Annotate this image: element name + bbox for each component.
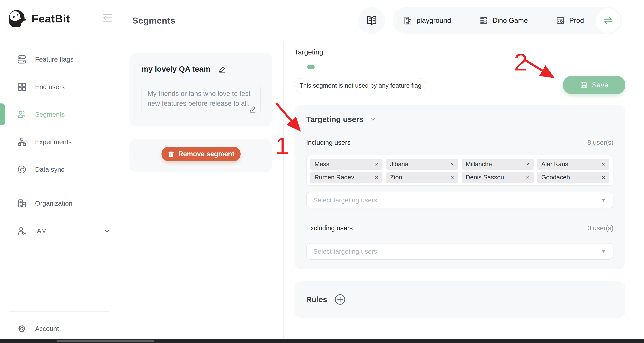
remove-chip-icon[interactable]: ×	[523, 161, 530, 168]
user-chip-label: Alar Karis	[541, 160, 568, 168]
user-chip: Jibana×	[386, 159, 458, 170]
sidebar-nav: Feature flags End users Segments	[0, 46, 118, 183]
sidebar-item-segments[interactable]: Segments	[0, 101, 118, 128]
tab-targeting[interactable]: Targeting	[294, 48, 323, 56]
user-chip-label: Millanche	[466, 160, 492, 168]
column-divider	[284, 41, 284, 339]
book-icon	[366, 15, 378, 26]
building-icon	[404, 16, 412, 25]
tab-divider	[284, 67, 627, 67]
trash-icon	[168, 150, 174, 157]
targeting-tab-indicator	[307, 65, 315, 69]
horizontal-scrollbar	[0, 339, 644, 343]
remove-segment-button[interactable]: Remove segment	[162, 146, 240, 161]
sidebar-secondary-nav: Organization IAM	[0, 190, 118, 244]
user-chip: Rumen Radev×	[310, 172, 382, 183]
targeting-users-toggle[interactable]: Targeting users	[306, 115, 376, 124]
edit-name-icon[interactable]	[218, 65, 226, 74]
remove-chip-icon[interactable]: ×	[523, 174, 530, 181]
floppy-save-icon	[580, 81, 588, 89]
annotation-step-2: 2	[514, 50, 527, 74]
sidebar-item-label: Organization	[35, 200, 72, 207]
sidebar-footer-nav: Account	[0, 315, 118, 342]
segment-usage-badge: This segment is not used by any feature …	[294, 78, 426, 93]
grid-icon	[17, 82, 26, 92]
remove-segment-label: Remove segment	[178, 150, 234, 158]
environment-name: Prod	[569, 16, 584, 24]
workspace-switcher: playground Dino Game	[393, 7, 622, 34]
building-icon	[17, 199, 26, 208]
remove-chip-icon[interactable]: ×	[448, 174, 454, 181]
remove-chip-icon[interactable]: ×	[448, 161, 454, 168]
targeting-users-title: Targeting users	[306, 115, 364, 124]
documentation-button[interactable]	[358, 7, 385, 34]
sidebar-item-account[interactable]: Account	[0, 315, 118, 342]
excluding-users-select[interactable]: Select targeting users ▼	[306, 243, 614, 260]
select-placeholder: Select targeting users	[313, 196, 377, 204]
sidebar-item-data-sync[interactable]: Data sync	[0, 156, 118, 183]
select-placeholder: Select targeting users	[313, 248, 377, 255]
excluding-users-label: Excluding users	[306, 224, 353, 232]
sidebar-item-label: IAM	[35, 227, 47, 235]
user-chip-label: Jibana	[390, 160, 408, 168]
sidebar-item-end-users[interactable]: End users	[0, 73, 118, 101]
edit-description-icon[interactable]	[249, 105, 257, 113]
project-selector[interactable]: playground	[404, 16, 451, 25]
remove-chip-icon[interactable]: ×	[372, 174, 378, 181]
brand-name: FeatBit	[32, 12, 70, 25]
toggles-icon	[17, 55, 26, 64]
segment-actions-card: Remove segment	[130, 139, 272, 172]
chevron-down-icon	[369, 116, 376, 123]
user-group-icon	[17, 110, 26, 119]
environment-selector[interactable]: Prod	[556, 16, 584, 25]
rules-panel: Rules	[294, 281, 625, 318]
remove-chip-icon[interactable]: ×	[598, 161, 605, 168]
user-chip: Millanche×	[462, 159, 534, 170]
save-button[interactable]: Save	[563, 76, 625, 94]
user-key-icon	[17, 226, 26, 236]
excluding-users-count: 0 user(s)	[588, 224, 614, 232]
user-chip: Goodaceh×	[537, 172, 609, 183]
including-users-select[interactable]: Select targeting users ▼	[306, 192, 614, 208]
caret-down-icon: ▼	[601, 248, 606, 254]
targeting-users-panel: Targeting users Including users 8 user(s…	[294, 105, 625, 269]
user-chip: Messi×	[310, 159, 382, 170]
remove-chip-icon[interactable]: ×	[372, 161, 378, 168]
server-stack-icon	[479, 16, 488, 25]
brand-logo[interactable]: FeatBit	[7, 8, 70, 29]
rules-title: Rules	[306, 295, 327, 304]
page-title: Segments	[132, 0, 176, 41]
sidebar-item-label: Account	[35, 325, 59, 332]
user-chip-label: Zion	[390, 174, 402, 181]
sidebar-item-label: Experiments	[35, 138, 72, 146]
remove-chip-icon[interactable]: ×	[598, 174, 605, 181]
user-chip-label: Denis Sassou ...	[466, 174, 511, 181]
sidebar-item-experiments[interactable]: Experiments	[0, 128, 118, 156]
sidebar-item-label: End users	[35, 83, 65, 91]
switch-environment-button[interactable]	[596, 8, 620, 33]
active-nav-indicator	[0, 104, 5, 125]
swap-arrows-icon	[602, 15, 614, 26]
annotation-arrow-2	[526, 61, 552, 76]
user-chip: Denis Sassou ...×	[462, 172, 534, 183]
top-bar: Segments playground	[119, 0, 644, 41]
sidebar-item-label: Feature flags	[35, 56, 74, 63]
including-users-label: Including users	[306, 139, 350, 146]
segment-description-input[interactable]: My friends or fans who love to test new …	[142, 84, 260, 115]
sidebar-collapse-icon[interactable]	[102, 12, 114, 24]
add-rule-button[interactable]	[334, 294, 346, 306]
sidebar-item-feature-flags[interactable]: Feature flags	[0, 46, 118, 73]
workspace-name: Dino Game	[492, 16, 528, 24]
save-label: Save	[592, 81, 608, 89]
sidebar-item-organization[interactable]: Organization	[0, 190, 118, 217]
sidebar-item-label: Data sync	[35, 166, 64, 173]
caret-down-icon: ▼	[601, 197, 606, 203]
gear-icon	[17, 324, 26, 333]
workspace-selector[interactable]: Dino Game	[479, 16, 528, 25]
horizontal-scrollbar-thumb[interactable]	[56, 340, 154, 342]
segment-name: my lovely QA team	[142, 65, 210, 74]
sidebar-item-iam[interactable]: IAM	[0, 217, 118, 244]
annotation-step-1: 1	[276, 134, 289, 158]
project-name: playground	[416, 16, 451, 24]
including-users-count: 8 user(s)	[588, 139, 614, 146]
